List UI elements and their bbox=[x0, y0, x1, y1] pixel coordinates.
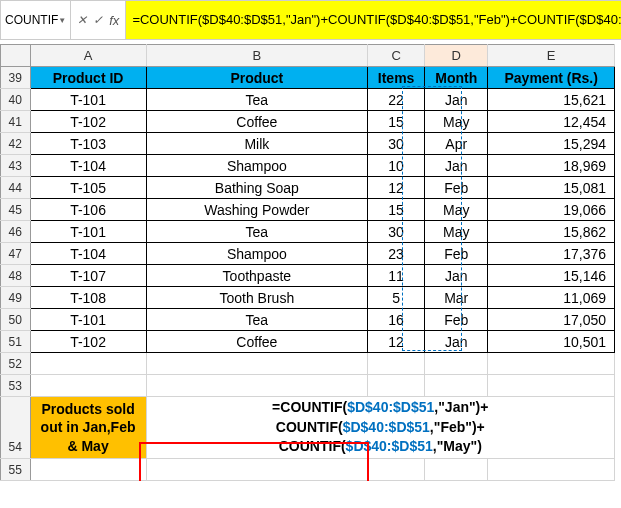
corner-cell[interactable] bbox=[1, 45, 31, 67]
cancel-icon[interactable]: ✕ bbox=[77, 13, 87, 27]
cell[interactable]: 16 bbox=[368, 309, 425, 331]
cell[interactable]: 17,376 bbox=[488, 243, 615, 265]
cell[interactable]: Feb bbox=[425, 177, 488, 199]
col-head-B[interactable]: B bbox=[146, 45, 368, 67]
cell[interactable]: Coffee bbox=[146, 111, 368, 133]
cell[interactable]: T-104 bbox=[30, 155, 146, 177]
cell[interactable]: Mar bbox=[425, 287, 488, 309]
cell[interactable]: Bathing Soap bbox=[146, 177, 368, 199]
cell[interactable]: 10,501 bbox=[488, 331, 615, 353]
name-box[interactable]: COUNTIF ▼ bbox=[1, 1, 71, 39]
cell[interactable]: T-106 bbox=[30, 199, 146, 221]
cell[interactable]: Feb bbox=[425, 309, 488, 331]
spreadsheet-grid[interactable]: A B C D E 39 Product ID Product Items Mo… bbox=[0, 44, 615, 481]
cell[interactable]: May bbox=[425, 199, 488, 221]
header-items[interactable]: Items bbox=[368, 67, 425, 89]
cell[interactable]: Toothpaste bbox=[146, 265, 368, 287]
cell[interactable]: Shampoo bbox=[146, 243, 368, 265]
row-head-45[interactable]: 45 bbox=[1, 199, 31, 221]
cell[interactable] bbox=[425, 353, 488, 375]
row-head-40[interactable]: 40 bbox=[1, 89, 31, 111]
row-head-42[interactable]: 42 bbox=[1, 133, 31, 155]
cell[interactable]: T-104 bbox=[30, 243, 146, 265]
cell[interactable] bbox=[30, 353, 146, 375]
cell[interactable]: T-107 bbox=[30, 265, 146, 287]
col-head-A[interactable]: A bbox=[30, 45, 146, 67]
cell[interactable]: 15,294 bbox=[488, 133, 615, 155]
cell[interactable] bbox=[488, 375, 615, 397]
name-box-dropdown-icon[interactable]: ▼ bbox=[58, 16, 66, 25]
cell[interactable]: 11 bbox=[368, 265, 425, 287]
cell[interactable]: Shampoo bbox=[146, 155, 368, 177]
cell[interactable]: 23 bbox=[368, 243, 425, 265]
cell[interactable]: 5 bbox=[368, 287, 425, 309]
cell[interactable]: Feb bbox=[425, 243, 488, 265]
cell[interactable]: Tooth Brush bbox=[146, 287, 368, 309]
cell[interactable]: 15 bbox=[368, 199, 425, 221]
cell[interactable]: Jan bbox=[425, 89, 488, 111]
cell[interactable]: Jan bbox=[425, 331, 488, 353]
cell[interactable]: Jan bbox=[425, 155, 488, 177]
cell[interactable] bbox=[368, 353, 425, 375]
cell[interactable]: May bbox=[425, 111, 488, 133]
cell[interactable]: T-101 bbox=[30, 309, 146, 331]
row-head-51[interactable]: 51 bbox=[1, 331, 31, 353]
cell[interactable]: Apr bbox=[425, 133, 488, 155]
cell[interactable]: Tea bbox=[146, 309, 368, 331]
cell[interactable]: 12,454 bbox=[488, 111, 615, 133]
row-head-55[interactable]: 55 bbox=[1, 459, 31, 481]
row-head-52[interactable]: 52 bbox=[1, 353, 31, 375]
cell[interactable]: 15,862 bbox=[488, 221, 615, 243]
row-head-48[interactable]: 48 bbox=[1, 265, 31, 287]
cell[interactable]: 22 bbox=[368, 89, 425, 111]
cell[interactable]: 12 bbox=[368, 177, 425, 199]
cell[interactable] bbox=[488, 459, 615, 481]
cell[interactable]: 15,081 bbox=[488, 177, 615, 199]
row-head-49[interactable]: 49 bbox=[1, 287, 31, 309]
cell[interactable]: 18,969 bbox=[488, 155, 615, 177]
cell[interactable]: 15 bbox=[368, 111, 425, 133]
header-month[interactable]: Month bbox=[425, 67, 488, 89]
row-head-53[interactable]: 53 bbox=[1, 375, 31, 397]
cell[interactable]: T-105 bbox=[30, 177, 146, 199]
cell[interactable]: T-102 bbox=[30, 331, 146, 353]
cell[interactable] bbox=[368, 375, 425, 397]
row-head-44[interactable]: 44 bbox=[1, 177, 31, 199]
row-head-54[interactable]: 54 bbox=[1, 397, 31, 459]
col-head-E[interactable]: E bbox=[488, 45, 615, 67]
cell[interactable]: 30 bbox=[368, 133, 425, 155]
cell[interactable] bbox=[425, 459, 488, 481]
cell[interactable]: 15,146 bbox=[488, 265, 615, 287]
cell[interactable]: 10 bbox=[368, 155, 425, 177]
cell[interactable]: T-108 bbox=[30, 287, 146, 309]
cell[interactable]: 30 bbox=[368, 221, 425, 243]
col-head-D[interactable]: D bbox=[425, 45, 488, 67]
cell[interactable]: 12 bbox=[368, 331, 425, 353]
row-head-46[interactable]: 46 bbox=[1, 221, 31, 243]
cell[interactable]: 11,069 bbox=[488, 287, 615, 309]
cell[interactable] bbox=[30, 375, 146, 397]
cell[interactable]: 17,050 bbox=[488, 309, 615, 331]
cell[interactable]: T-102 bbox=[30, 111, 146, 133]
formula-input[interactable]: =COUNTIF($D$40:$D$51,"Jan")+COUNTIF($D$4… bbox=[126, 1, 621, 39]
cell[interactable] bbox=[146, 375, 368, 397]
cell[interactable]: 15,621 bbox=[488, 89, 615, 111]
cell[interactable] bbox=[30, 459, 146, 481]
cell[interactable]: Coffee bbox=[146, 331, 368, 353]
confirm-icon[interactable]: ✓ bbox=[93, 13, 103, 27]
cell[interactable]: May bbox=[425, 221, 488, 243]
row-head-50[interactable]: 50 bbox=[1, 309, 31, 331]
cell[interactable]: 19,066 bbox=[488, 199, 615, 221]
cell[interactable]: Tea bbox=[146, 221, 368, 243]
row-head-39[interactable]: 39 bbox=[1, 67, 31, 89]
cell[interactable]: T-103 bbox=[30, 133, 146, 155]
cell[interactable] bbox=[368, 459, 425, 481]
col-head-C[interactable]: C bbox=[368, 45, 425, 67]
cell[interactable]: T-101 bbox=[30, 221, 146, 243]
cell[interactable]: Jan bbox=[425, 265, 488, 287]
header-product[interactable]: Product bbox=[146, 67, 368, 89]
summary-label-cell[interactable]: Products sold out in Jan,Feb & May bbox=[30, 397, 146, 459]
fx-icon[interactable]: fx bbox=[109, 13, 119, 28]
cell[interactable] bbox=[488, 353, 615, 375]
cell[interactable]: Tea bbox=[146, 89, 368, 111]
